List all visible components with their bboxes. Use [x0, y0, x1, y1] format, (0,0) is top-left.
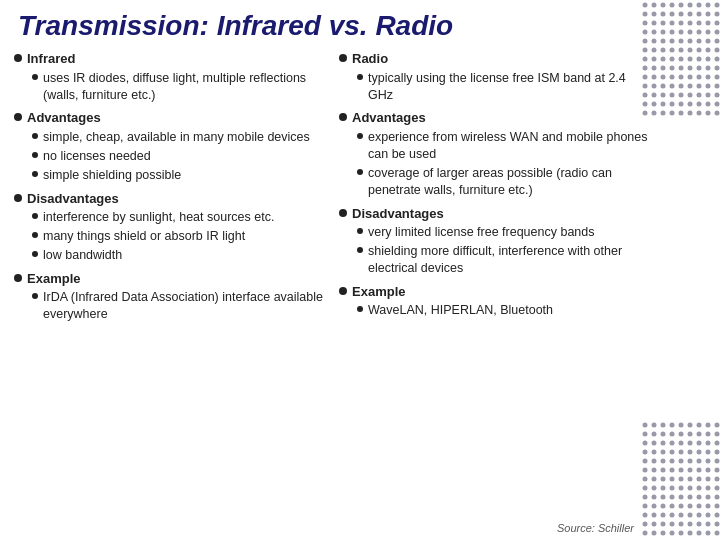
svg-point-22	[679, 21, 684, 26]
sub-bullet-icon	[357, 74, 363, 80]
svg-point-233	[715, 531, 720, 536]
svg-point-140	[688, 441, 693, 446]
svg-point-13	[679, 12, 684, 17]
svg-point-158	[688, 459, 693, 464]
svg-point-195	[697, 495, 702, 500]
svg-point-104	[688, 102, 693, 107]
svg-point-21	[670, 21, 675, 26]
svg-point-192	[670, 495, 675, 500]
svg-point-8	[715, 3, 720, 8]
svg-point-93	[670, 93, 675, 98]
bullet-icon	[339, 209, 347, 217]
list-item-label: Infrared	[27, 50, 75, 68]
svg-point-1	[652, 3, 657, 8]
svg-point-176	[688, 477, 693, 482]
svg-point-138	[670, 441, 675, 446]
sub-list-item-text: simple, cheap, available in many mobile …	[43, 129, 310, 146]
svg-point-118	[652, 423, 657, 428]
svg-point-46	[652, 48, 657, 53]
sub-list-item-text: shielding more difficult, interference w…	[368, 243, 654, 277]
svg-point-214	[706, 513, 711, 518]
svg-point-76	[679, 75, 684, 80]
sub-list-item: simple, cheap, available in many mobile …	[32, 129, 329, 146]
svg-point-136	[652, 441, 657, 446]
svg-point-159	[697, 459, 702, 464]
sub-list: WaveLAN, HIPERLAN, Bluetooth	[357, 302, 654, 319]
list-item: Disadvantages very limited license free …	[339, 205, 654, 277]
svg-point-73	[652, 75, 657, 80]
svg-point-61	[706, 57, 711, 62]
svg-point-48	[670, 48, 675, 53]
svg-point-123	[697, 423, 702, 428]
list-item-label: Disadvantages	[352, 205, 444, 223]
sub-list-item: experience from wireless WAN and mobile …	[357, 129, 654, 163]
svg-point-97	[706, 93, 711, 98]
svg-point-77	[688, 75, 693, 80]
svg-point-168	[697, 468, 702, 473]
list-item-label: Example	[27, 270, 80, 288]
svg-point-152	[715, 450, 720, 455]
list-item: Disadvantages interference by sunlight, …	[14, 190, 329, 264]
svg-point-135	[643, 441, 648, 446]
svg-point-222	[697, 522, 702, 527]
svg-point-124	[706, 423, 711, 428]
svg-point-216	[643, 522, 648, 527]
svg-point-32	[688, 30, 693, 35]
list-item-label: Disadvantages	[27, 190, 119, 208]
svg-point-190	[652, 495, 657, 500]
svg-point-98	[715, 93, 720, 98]
sub-list: IrDA (Infrared Data Association) interfa…	[32, 289, 329, 323]
svg-point-179	[715, 477, 720, 482]
sub-list-item: many things shield or absorb IR light	[32, 228, 329, 245]
svg-point-133	[706, 432, 711, 437]
svg-point-160	[706, 459, 711, 464]
sub-list-item: very limited license free frequency band…	[357, 224, 654, 241]
svg-point-28	[652, 30, 657, 35]
svg-point-150	[697, 450, 702, 455]
svg-point-26	[715, 21, 720, 26]
slide: // We'll do this in SVG directly	[0, 0, 720, 540]
svg-point-144	[643, 450, 648, 455]
svg-point-92	[661, 93, 666, 98]
svg-point-187	[706, 486, 711, 491]
svg-point-30	[670, 30, 675, 35]
svg-point-38	[661, 39, 666, 44]
svg-point-128	[661, 432, 666, 437]
svg-point-143	[715, 441, 720, 446]
sub-list: very limited license free frequency band…	[357, 224, 654, 277]
sub-list-item: interference by sunlight, heat sources e…	[32, 209, 329, 226]
svg-point-213	[697, 513, 702, 518]
svg-point-164	[661, 468, 666, 473]
svg-point-162	[643, 468, 648, 473]
svg-point-78	[697, 75, 702, 80]
svg-point-125	[715, 423, 720, 428]
svg-point-184	[679, 486, 684, 491]
svg-point-121	[679, 423, 684, 428]
svg-point-99	[643, 102, 648, 107]
svg-point-141	[697, 441, 702, 446]
svg-point-139	[679, 441, 684, 446]
svg-point-230	[688, 531, 693, 536]
svg-point-67	[679, 66, 684, 71]
svg-point-55	[652, 57, 657, 62]
svg-point-45	[643, 48, 648, 53]
svg-point-96	[697, 93, 702, 98]
svg-point-131	[688, 432, 693, 437]
svg-point-54	[643, 57, 648, 62]
list-item: Advantages simple, cheap, available in m…	[14, 109, 329, 183]
sub-bullet-icon	[32, 293, 38, 299]
sub-bullet-icon	[32, 133, 38, 139]
svg-point-63	[643, 66, 648, 71]
svg-point-210	[670, 513, 675, 518]
svg-point-9	[643, 12, 648, 17]
svg-point-6	[697, 3, 702, 8]
sub-list-item-text: WaveLAN, HIPERLAN, Bluetooth	[368, 302, 553, 319]
svg-point-41	[688, 39, 693, 44]
list-item-label: Radio	[352, 50, 388, 68]
svg-point-10	[652, 12, 657, 17]
list-item: Example IrDA (Infrared Data Association)…	[14, 270, 329, 323]
svg-point-65	[661, 66, 666, 71]
svg-point-49	[679, 48, 684, 53]
left-list: Infrared uses IR diodes, diffuse light, …	[14, 50, 329, 323]
svg-point-120	[670, 423, 675, 428]
